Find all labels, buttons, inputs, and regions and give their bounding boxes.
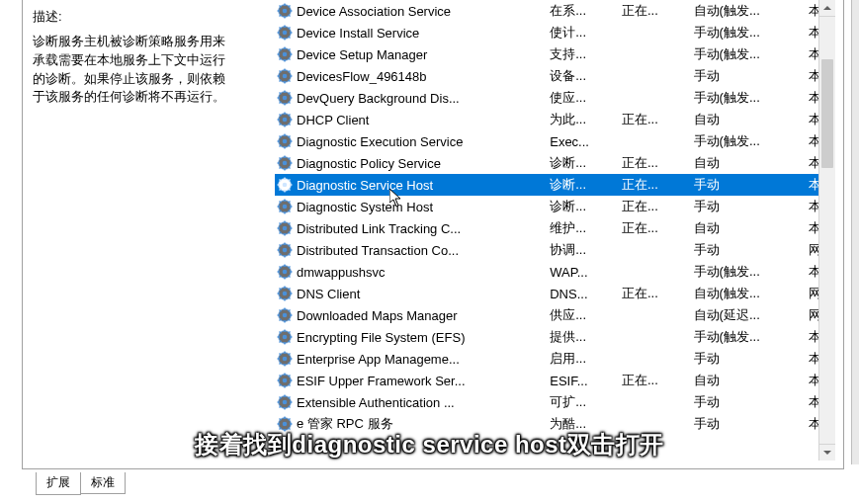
service-status: 正在... — [620, 109, 692, 130]
service-name-cell[interactable]: Downloaded Maps Manager — [275, 304, 548, 326]
service-desc: WAP... — [548, 261, 620, 283]
service-name: ESIF Upper Framework Ser... — [297, 374, 466, 388]
service-row[interactable]: Diagnostic Execution ServiceExec...手动(触发… — [275, 130, 835, 152]
service-status — [620, 130, 692, 152]
service-name-cell[interactable]: e 管家 RPC 服务 — [275, 413, 548, 435]
service-row[interactable]: Device Setup Manager支持...手动(触发...本 — [275, 43, 835, 65]
service-name-cell[interactable]: Device Association Service — [275, 0, 548, 22]
service-name-cell[interactable]: Enterprise App Manageme... — [275, 348, 548, 370]
service-name-cell[interactable]: Diagnostic Policy Service — [275, 152, 548, 174]
service-name-cell[interactable]: DevQuery Background Dis... — [275, 87, 548, 109]
svg-point-79 — [283, 161, 288, 166]
svg-point-149 — [283, 313, 288, 318]
service-row[interactable]: DevicesFlow_496148b设备...手动本 — [275, 65, 835, 87]
service-status — [620, 326, 692, 348]
service-startup: 手动(触发... — [692, 87, 807, 109]
gear-icon — [277, 264, 293, 280]
service-name: Extensible Authentication ... — [297, 395, 455, 410]
service-desc: 诊断... — [548, 174, 620, 196]
service-name-cell[interactable]: ESIF Upper Framework Ser... — [275, 370, 548, 391]
service-row[interactable]: Encrypting File System (EFS)提供...手动(触发..… — [275, 326, 835, 348]
service-name-cell[interactable]: Device Install Service — [275, 22, 548, 43]
service-name-cell[interactable]: Encrypting File System (EFS) — [275, 326, 548, 348]
service-row[interactable]: Downloaded Maps Manager供应...自动(延迟...网 — [275, 304, 835, 326]
service-name: Enterprise App Manageme... — [297, 352, 460, 367]
service-name-cell[interactable]: DevicesFlow_496148b — [275, 65, 548, 87]
gear-icon — [277, 351, 293, 367]
service-name: Device Association Service — [297, 4, 451, 19]
tab-extended[interactable]: 扩展 — [36, 472, 81, 495]
vertical-scrollbar[interactable] — [818, 0, 835, 461]
service-name: Device Install Service — [297, 26, 419, 41]
svg-point-169 — [283, 357, 288, 362]
service-name-cell[interactable]: Diagnostic System Host — [275, 196, 548, 217]
service-startup: 自动(延迟... — [692, 304, 807, 326]
service-row[interactable]: Diagnostic System Host诊断...正在...手动本 — [275, 196, 835, 217]
service-row[interactable]: e 管家 RPC 服务为酷...手动本 — [275, 413, 835, 435]
service-name-cell[interactable]: Extensible Authentication ... — [275, 391, 548, 413]
service-row[interactable]: Distributed Transaction Co...协调...手动网 — [275, 239, 835, 261]
gear-icon — [277, 286, 293, 301]
service-row[interactable]: Enterprise App Manageme...启用...手动本 — [275, 348, 835, 370]
gear-icon — [277, 373, 293, 388]
service-name-cell[interactable]: Distributed Transaction Co... — [275, 239, 548, 261]
service-status — [620, 22, 692, 43]
service-status — [620, 348, 692, 370]
service-name: Distributed Transaction Co... — [297, 243, 459, 258]
svg-point-189 — [283, 400, 288, 405]
service-desc: 使计... — [548, 22, 620, 43]
services-list[interactable]: Device Association Service在系...正在...自动(触… — [275, 0, 835, 461]
service-startup: 自动 — [692, 370, 807, 391]
service-startup: 手动 — [692, 348, 807, 370]
service-startup: 手动(触发... — [692, 130, 807, 152]
svg-point-199 — [283, 422, 288, 427]
service-name-cell[interactable]: DNS Client — [275, 283, 548, 304]
svg-point-159 — [283, 335, 288, 340]
scroll-up-button[interactable] — [819, 0, 835, 17]
service-row[interactable]: dmwappushsvcWAP...手动(触发...本 — [275, 261, 835, 283]
service-name-cell[interactable]: dmwappushsvc — [275, 261, 548, 283]
svg-point-99 — [283, 205, 288, 210]
service-status: 正在... — [620, 152, 692, 174]
service-row[interactable]: DNS ClientDNS...正在...自动(触发...网 — [275, 283, 835, 304]
service-startup: 手动 — [692, 413, 807, 435]
service-name-cell[interactable]: Diagnostic Service Host — [275, 174, 548, 196]
scroll-thumb[interactable] — [821, 59, 833, 168]
service-name-cell[interactable]: Distributed Link Tracking C... — [275, 217, 548, 239]
service-row[interactable]: Diagnostic Service Host诊断...正在...手动本 — [275, 174, 835, 196]
service-row[interactable]: Extensible Authentication ...可扩...手动本 — [275, 391, 835, 413]
tab-standard[interactable]: 标准 — [80, 472, 126, 494]
service-startup: 手动 — [692, 391, 807, 413]
service-status — [620, 413, 692, 435]
gear-icon — [277, 155, 293, 171]
service-status: 正在... — [620, 217, 692, 239]
service-desc: 设备... — [548, 65, 620, 87]
scroll-down-button[interactable] — [819, 444, 835, 461]
service-status — [620, 43, 692, 65]
service-name-cell[interactable]: Device Setup Manager — [275, 43, 548, 65]
svg-point-139 — [283, 292, 288, 296]
service-row[interactable]: Device Install Service使计...手动(触发...本 — [275, 22, 835, 43]
gear-icon — [277, 242, 293, 258]
service-row[interactable]: Device Association Service在系...正在...自动(触… — [275, 0, 835, 22]
svg-point-59 — [283, 118, 288, 123]
service-desc: 协调... — [548, 239, 620, 261]
service-startup: 手动(触发... — [692, 326, 807, 348]
service-startup: 自动 — [692, 109, 807, 130]
service-desc: 供应... — [548, 304, 620, 326]
service-status — [620, 261, 692, 283]
service-row[interactable]: Distributed Link Tracking C...维护...正在...… — [275, 217, 835, 239]
service-name: DNS Client — [297, 287, 360, 301]
service-row[interactable]: Diagnostic Policy Service诊断...正在...自动本 — [275, 152, 835, 174]
services-table: Device Association Service在系...正在...自动(触… — [275, 0, 835, 435]
service-name-cell[interactable]: DHCP Client — [275, 109, 548, 130]
service-desc: 支持... — [548, 43, 620, 65]
service-name-cell[interactable]: Diagnostic Execution Service — [275, 130, 548, 152]
service-row[interactable]: DevQuery Background Dis...使应...手动(触发...本 — [275, 87, 835, 109]
service-startup: 手动(触发... — [692, 22, 807, 43]
gear-icon — [277, 329, 293, 345]
service-row[interactable]: DHCP Client为此...正在...自动本 — [275, 109, 835, 130]
service-startup: 手动 — [692, 239, 807, 261]
svg-point-89 — [283, 183, 288, 188]
service-row[interactable]: ESIF Upper Framework Ser...ESIF...正在...自… — [275, 370, 835, 391]
